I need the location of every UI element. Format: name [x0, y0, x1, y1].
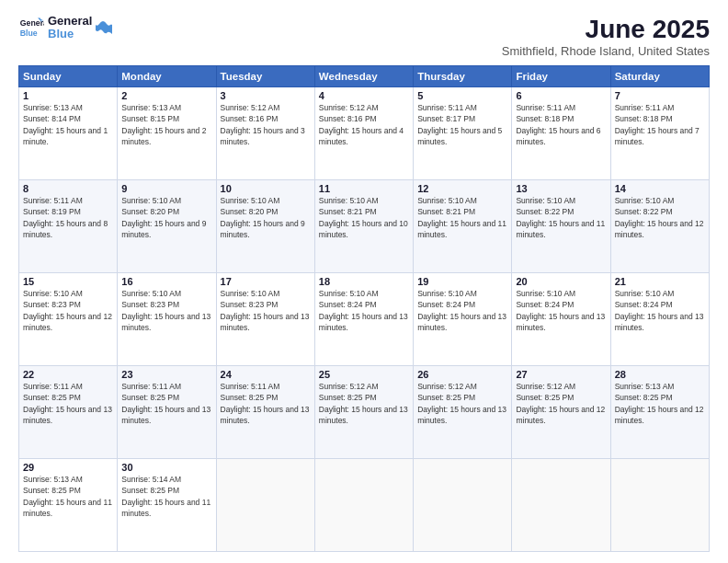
day-detail: Sunrise: 5:10 AMSunset: 8:23 PMDaylight:…: [121, 289, 210, 332]
table-row: 27 Sunrise: 5:12 AMSunset: 8:25 PMDaylig…: [512, 366, 610, 459]
day-number: 16: [121, 276, 211, 287]
calendar-table: Sunday Monday Tuesday Wednesday Thursday…: [18, 65, 710, 552]
table-row: 11 Sunrise: 5:10 AMSunset: 8:21 PMDaylig…: [314, 180, 413, 273]
table-row: 21 Sunrise: 5:10 AMSunset: 8:24 PMDaylig…: [610, 273, 709, 366]
table-row: [216, 459, 314, 552]
day-number: 18: [319, 276, 409, 287]
table-row: 30 Sunrise: 5:14 AMSunset: 8:25 PMDaylig…: [118, 459, 216, 552]
day-number: 26: [417, 369, 507, 380]
table-row: 28 Sunrise: 5:13 AMSunset: 8:25 PMDaylig…: [610, 366, 709, 459]
day-number: 6: [516, 90, 606, 101]
table-row: 15 Sunrise: 5:10 AMSunset: 8:23 PMDaylig…: [19, 273, 118, 366]
day-number: 23: [121, 369, 211, 380]
header-saturday: Saturday: [610, 66, 709, 87]
day-detail: Sunrise: 5:10 AMSunset: 8:21 PMDaylight:…: [417, 196, 506, 239]
table-row: 20 Sunrise: 5:10 AMSunset: 8:24 PMDaylig…: [512, 273, 610, 366]
table-row: 6 Sunrise: 5:11 AMSunset: 8:18 PMDayligh…: [512, 87, 610, 180]
day-detail: Sunrise: 5:10 AMSunset: 8:20 PMDaylight:…: [221, 196, 305, 239]
day-detail: Sunrise: 5:13 AMSunset: 8:15 PMDaylight:…: [121, 103, 206, 146]
calendar-week-row: 22 Sunrise: 5:11 AMSunset: 8:25 PMDaylig…: [19, 366, 710, 459]
table-row: 2 Sunrise: 5:13 AMSunset: 8:15 PMDayligh…: [118, 87, 216, 180]
day-number: 13: [516, 183, 606, 194]
day-number: 21: [615, 276, 705, 287]
day-number: 25: [319, 369, 409, 380]
day-detail: Sunrise: 5:14 AMSunset: 8:25 PMDaylight:…: [121, 475, 210, 518]
day-detail: Sunrise: 5:10 AMSunset: 8:22 PMDaylight:…: [516, 196, 605, 239]
header-wednesday: Wednesday: [314, 66, 413, 87]
day-detail: Sunrise: 5:12 AMSunset: 8:25 PMDaylight:…: [516, 382, 605, 425]
day-number: 19: [417, 276, 507, 287]
table-row: 16 Sunrise: 5:10 AMSunset: 8:23 PMDaylig…: [118, 273, 216, 366]
day-detail: Sunrise: 5:11 AMSunset: 8:25 PMDaylight:…: [221, 382, 310, 425]
day-number: 11: [319, 183, 409, 194]
day-detail: Sunrise: 5:11 AMSunset: 8:17 PMDaylight:…: [417, 103, 502, 146]
day-detail: Sunrise: 5:10 AMSunset: 8:23 PMDaylight:…: [23, 289, 112, 332]
day-detail: Sunrise: 5:10 AMSunset: 8:21 PMDaylight:…: [319, 196, 408, 239]
day-number: 10: [221, 183, 311, 194]
svg-text:Blue: Blue: [20, 29, 38, 38]
header: General Blue General Blue June 2025 Smit…: [18, 15, 710, 58]
table-row: [512, 459, 610, 552]
day-detail: Sunrise: 5:13 AMSunset: 8:14 PMDaylight:…: [23, 103, 108, 146]
logo-general: General: [48, 15, 92, 28]
calendar-week-row: 1 Sunrise: 5:13 AMSunset: 8:14 PMDayligh…: [19, 87, 710, 180]
table-row: 8 Sunrise: 5:11 AMSunset: 8:19 PMDayligh…: [19, 180, 118, 273]
table-row: [414, 459, 512, 552]
day-number: 15: [23, 276, 113, 287]
table-row: 24 Sunrise: 5:11 AMSunset: 8:25 PMDaylig…: [216, 366, 314, 459]
logo-wave-icon: [96, 21, 112, 34]
day-number: 29: [23, 462, 113, 473]
table-row: 14 Sunrise: 5:10 AMSunset: 8:22 PMDaylig…: [610, 180, 709, 273]
day-number: 2: [121, 90, 211, 101]
day-number: 24: [221, 369, 311, 380]
logo: General Blue General Blue: [18, 15, 112, 41]
day-number: 1: [23, 90, 113, 101]
header-monday: Monday: [118, 66, 216, 87]
day-number: 9: [121, 183, 211, 194]
header-thursday: Thursday: [414, 66, 512, 87]
day-detail: Sunrise: 5:10 AMSunset: 8:24 PMDaylight:…: [615, 289, 704, 332]
day-detail: Sunrise: 5:10 AMSunset: 8:22 PMDaylight:…: [615, 196, 704, 239]
day-detail: Sunrise: 5:12 AMSunset: 8:25 PMDaylight:…: [319, 382, 408, 425]
day-detail: Sunrise: 5:10 AMSunset: 8:24 PMDaylight:…: [417, 289, 506, 332]
day-number: 27: [516, 369, 606, 380]
page: General Blue General Blue June 2025 Smit…: [0, 0, 728, 563]
day-number: 30: [121, 462, 211, 473]
table-row: 23 Sunrise: 5:11 AMSunset: 8:25 PMDaylig…: [118, 366, 216, 459]
day-detail: Sunrise: 5:11 AMSunset: 8:25 PMDaylight:…: [23, 382, 112, 425]
calendar-week-row: 15 Sunrise: 5:10 AMSunset: 8:23 PMDaylig…: [19, 273, 710, 366]
day-detail: Sunrise: 5:10 AMSunset: 8:24 PMDaylight:…: [319, 289, 408, 332]
day-detail: Sunrise: 5:13 AMSunset: 8:25 PMDaylight:…: [23, 475, 112, 518]
table-row: 25 Sunrise: 5:12 AMSunset: 8:25 PMDaylig…: [314, 366, 413, 459]
table-row: 12 Sunrise: 5:10 AMSunset: 8:21 PMDaylig…: [414, 180, 512, 273]
table-row: 29 Sunrise: 5:13 AMSunset: 8:25 PMDaylig…: [19, 459, 118, 552]
table-row: 3 Sunrise: 5:12 AMSunset: 8:16 PMDayligh…: [216, 87, 314, 180]
day-number: 5: [417, 90, 507, 101]
table-row: 1 Sunrise: 5:13 AMSunset: 8:14 PMDayligh…: [19, 87, 118, 180]
table-row: [610, 459, 709, 552]
day-number: 22: [23, 369, 113, 380]
table-row: 18 Sunrise: 5:10 AMSunset: 8:24 PMDaylig…: [314, 273, 413, 366]
subtitle: Smithfield, Rhode Island, United States: [502, 44, 710, 58]
table-row: 7 Sunrise: 5:11 AMSunset: 8:18 PMDayligh…: [610, 87, 709, 180]
day-detail: Sunrise: 5:11 AMSunset: 8:18 PMDaylight:…: [615, 103, 700, 146]
title-block: June 2025 Smithfield, Rhode Island, Unit…: [502, 15, 710, 58]
table-row: 22 Sunrise: 5:11 AMSunset: 8:25 PMDaylig…: [19, 366, 118, 459]
logo-blue: Blue: [48, 28, 92, 40]
day-number: 12: [417, 183, 507, 194]
day-detail: Sunrise: 5:12 AMSunset: 8:25 PMDaylight:…: [417, 382, 506, 425]
day-detail: Sunrise: 5:13 AMSunset: 8:25 PMDaylight:…: [615, 382, 704, 425]
day-detail: Sunrise: 5:12 AMSunset: 8:16 PMDaylight:…: [221, 103, 305, 146]
day-number: 7: [615, 90, 705, 101]
day-detail: Sunrise: 5:11 AMSunset: 8:19 PMDaylight:…: [23, 196, 108, 239]
table-row: [314, 459, 413, 552]
calendar-week-row: 8 Sunrise: 5:11 AMSunset: 8:19 PMDayligh…: [19, 180, 710, 273]
day-detail: Sunrise: 5:10 AMSunset: 8:20 PMDaylight:…: [121, 196, 206, 239]
table-row: 26 Sunrise: 5:12 AMSunset: 8:25 PMDaylig…: [414, 366, 512, 459]
day-number: 3: [221, 90, 311, 101]
day-number: 20: [516, 276, 606, 287]
day-detail: Sunrise: 5:11 AMSunset: 8:18 PMDaylight:…: [516, 103, 600, 146]
day-number: 28: [615, 369, 705, 380]
calendar-week-row: 29 Sunrise: 5:13 AMSunset: 8:25 PMDaylig…: [19, 459, 710, 552]
table-row: 5 Sunrise: 5:11 AMSunset: 8:17 PMDayligh…: [414, 87, 512, 180]
